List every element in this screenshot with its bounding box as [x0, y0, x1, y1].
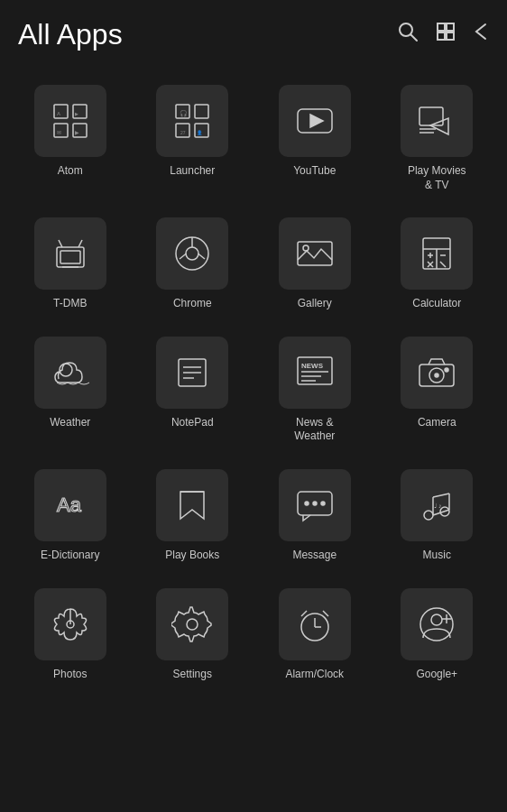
search-icon[interactable] [397, 21, 419, 48]
app-item-google-plus[interactable]: Google+ [376, 576, 499, 695]
app-label-play-books: Play Books [165, 549, 219, 563]
app-item-alarm-clock[interactable]: Alarm/Clock [254, 576, 376, 695]
svg-text:▶: ▶ [75, 130, 79, 135]
svg-text:▶: ▶ [75, 111, 78, 116]
app-item-calculator[interactable]: Calculator [376, 205, 499, 324]
app-item-weather[interactable]: Weather [9, 324, 132, 457]
svg-point-66 [313, 502, 317, 505]
app-item-play-movies[interactable]: Play Movies & TV [376, 72, 499, 205]
app-label-youtube: YouTube [293, 164, 336, 179]
svg-line-1 [411, 35, 418, 42]
app-label-settings: Settings [173, 668, 212, 682]
app-item-music[interactable]: ♩ ♪ Music [376, 457, 499, 576]
page-title: All Apps [18, 18, 123, 51]
svg-point-33 [186, 247, 198, 260]
svg-rect-16 [195, 105, 208, 118]
app-label-e-dictionary: E-Dictionary [41, 549, 99, 563]
app-item-atom[interactable]: A ▶ ✉ ▶ Atom [9, 72, 132, 205]
svg-line-28 [59, 240, 62, 247]
svg-rect-30 [60, 251, 80, 263]
app-label-notepad: NotePad [171, 416, 214, 430]
svg-rect-2 [438, 23, 445, 31]
app-label-launcher: Launcher [170, 164, 215, 179]
app-item-youtube[interactable]: YouTube [254, 72, 376, 205]
svg-rect-5 [447, 32, 454, 40]
svg-line-36 [180, 254, 187, 259]
svg-point-60 [435, 374, 438, 377]
svg-point-61 [445, 368, 448, 372]
header: All Apps [0, 0, 507, 63]
app-item-photos[interactable]: Photos [9, 576, 132, 695]
app-label-chrome: Chrome [173, 297, 212, 311]
svg-line-35 [198, 254, 206, 259]
app-item-e-dictionary[interactable]: Aa E-Dictionary [9, 457, 132, 576]
app-label-message: Message [292, 549, 336, 563]
app-item-play-books[interactable]: Play Books [132, 457, 254, 576]
app-label-play-movies: Play Movies & TV [408, 164, 466, 192]
svg-text:NEWS: NEWS [301, 362, 324, 370]
svg-line-73 [433, 494, 449, 497]
grid-view-icon[interactable] [435, 21, 456, 48]
svg-text:27: 27 [180, 130, 186, 135]
app-label-calculator: Calculator [412, 297, 461, 311]
svg-text:♩ ♪: ♩ ♪ [434, 503, 441, 509]
app-label-photos: Photos [53, 668, 87, 682]
app-label-tdmb: T-DMB [53, 297, 87, 311]
app-label-music: Music [423, 549, 451, 563]
app-item-tdmb[interactable]: T-DMB [9, 205, 132, 324]
app-item-launcher[interactable]: 🎧 👤 27 Launcher [132, 72, 254, 205]
app-label-gallery: Gallery [298, 297, 332, 311]
svg-rect-3 [447, 23, 454, 31]
app-label-atom: Atom [58, 164, 83, 179]
svg-point-82 [420, 608, 453, 641]
svg-text:✉: ✉ [57, 130, 61, 135]
back-icon[interactable] [473, 21, 489, 48]
app-item-settings[interactable]: Settings [132, 576, 254, 695]
app-item-chrome[interactable]: Chrome [132, 205, 254, 324]
svg-text:A: A [57, 111, 60, 116]
svg-text:👤: 👤 [197, 130, 203, 136]
svg-point-76 [187, 619, 198, 630]
svg-text:🎧: 🎧 [180, 109, 188, 117]
app-item-message[interactable]: Message [254, 457, 376, 576]
svg-text:Aa: Aa [57, 494, 82, 516]
app-item-notepad[interactable]: NotePad [132, 324, 254, 457]
svg-point-65 [305, 502, 309, 505]
app-label-news-weather: News & Weather [294, 416, 335, 444]
svg-point-38 [303, 245, 309, 251]
app-item-gallery[interactable]: Gallery [254, 205, 376, 324]
svg-rect-23 [419, 107, 443, 125]
svg-line-47 [440, 262, 446, 267]
svg-line-80 [301, 611, 307, 616]
svg-line-81 [323, 611, 328, 616]
svg-rect-37 [298, 242, 332, 265]
app-label-camera: Camera [418, 416, 456, 430]
app-item-news-weather[interactable]: NEWS News & Weather [254, 324, 376, 457]
svg-line-29 [78, 240, 82, 247]
svg-marker-22 [310, 115, 323, 127]
svg-point-67 [321, 502, 325, 505]
apps-grid: A ▶ ✉ ▶ Atom 🎧 👤 27 Launcher [0, 63, 507, 703]
svg-point-83 [431, 614, 442, 625]
app-label-alarm-clock: Alarm/Clock [285, 668, 344, 682]
svg-rect-4 [438, 32, 445, 40]
app-label-weather: Weather [50, 416, 90, 430]
app-item-camera[interactable]: Camera [376, 324, 499, 457]
svg-point-68 [424, 511, 433, 520]
app-label-google-plus: Google+ [416, 668, 457, 682]
